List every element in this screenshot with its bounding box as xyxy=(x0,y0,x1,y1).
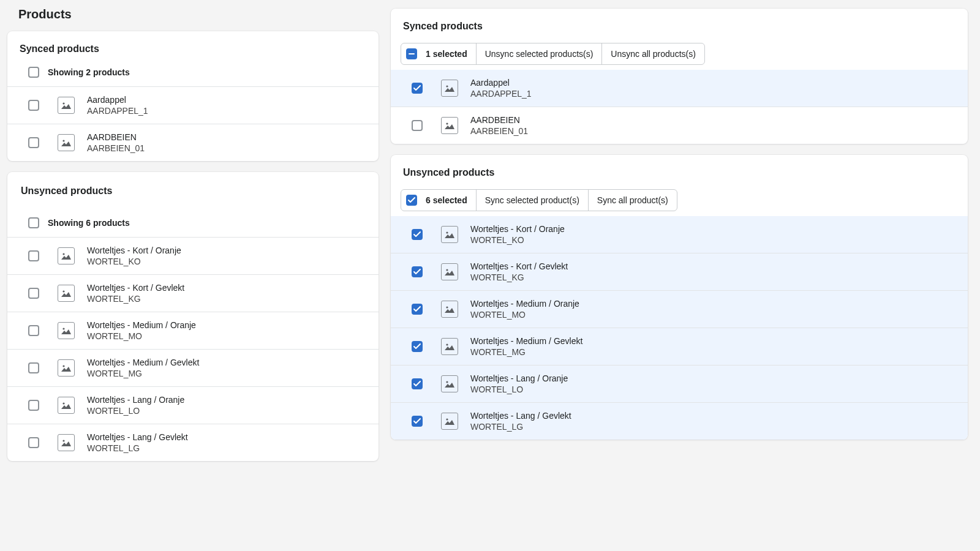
product-text: Worteltjes - Medium / GevlektWORTEL_MG xyxy=(470,335,582,358)
product-sku: AARBEIEN_01 xyxy=(87,143,145,154)
product-row[interactable]: Worteltjes - Lang / OranjeWORTEL_LO xyxy=(391,365,968,403)
row-checkbox[interactable] xyxy=(28,100,39,111)
right-unsynced-title: Unsynced products xyxy=(391,155,968,184)
svg-point-28 xyxy=(446,343,448,345)
product-row[interactable]: Worteltjes - Medium / OranjeWORTEL_MO xyxy=(391,291,968,328)
product-row[interactable]: Worteltjes - Kort / GevlektWORTEL_KG xyxy=(7,275,379,312)
image-placeholder-icon xyxy=(441,263,458,280)
action-group: 6 selected Sync selected product(s) Sync… xyxy=(401,189,677,211)
product-sku: WORTEL_KG xyxy=(470,272,568,283)
right-unsynced-card: Unsynced products 6 selected Sync select… xyxy=(391,155,968,440)
row-checkbox[interactable] xyxy=(28,400,39,411)
svg-point-30 xyxy=(446,381,448,383)
image-placeholder-icon xyxy=(58,285,75,302)
product-text: AARDBEIENAARBEIEN_01 xyxy=(470,114,528,137)
left-synced-header-row: Showing 2 products xyxy=(7,61,379,87)
svg-point-11 xyxy=(62,365,64,367)
product-row[interactable]: Worteltjes - Lang / OranjeWORTEL_LO xyxy=(7,387,379,424)
product-row[interactable]: Worteltjes - Medium / GevlektWORTEL_MG xyxy=(7,350,379,387)
product-text: AardappelAARDAPPEL_1 xyxy=(87,94,148,116)
right-unsynced-action-bar: 6 selected Sync selected product(s) Sync… xyxy=(391,184,968,216)
product-row[interactable]: Worteltjes - Lang / GevlektWORTEL_LG xyxy=(391,403,968,440)
image-placeholder-icon xyxy=(441,117,458,134)
row-checkbox[interactable] xyxy=(28,325,39,336)
product-sku: WORTEL_KG xyxy=(87,293,184,304)
row-checkbox[interactable] xyxy=(28,437,39,448)
image-placeholder-icon xyxy=(441,226,458,243)
row-checkbox[interactable] xyxy=(412,304,423,315)
left-unsynced-card: Unsynced products Showing 6 products Wor… xyxy=(7,172,379,461)
product-name: Worteltjes - Medium / Oranje xyxy=(87,320,196,331)
product-name: Worteltjes - Kort / Gevlekt xyxy=(470,261,568,272)
row-checkbox[interactable] xyxy=(412,341,423,352)
product-row[interactable]: Worteltjes - Medium / GevlektWORTEL_MG xyxy=(391,328,968,365)
product-sku: AARBEIEN_01 xyxy=(470,126,528,137)
product-text: Worteltjes - Kort / OranjeWORTEL_KO xyxy=(87,245,181,267)
product-name: AARDBEIEN xyxy=(470,114,528,126)
unsync-selected-button[interactable]: Unsync selected products(s) xyxy=(477,43,603,64)
unsync-all-button[interactable]: Unsync all products(s) xyxy=(602,43,704,64)
product-sku: WORTEL_LO xyxy=(470,384,568,395)
page-title: Products xyxy=(18,7,379,21)
product-text: AardappelAARDAPPEL_1 xyxy=(470,77,532,99)
select-all-checkbox[interactable] xyxy=(406,48,417,59)
row-checkbox[interactable] xyxy=(28,250,39,261)
row-checkbox[interactable] xyxy=(28,137,39,148)
product-text: Worteltjes - Medium / GevlektWORTEL_MG xyxy=(87,357,199,379)
svg-point-24 xyxy=(446,269,448,271)
product-name: Worteltjes - Lang / Gevlekt xyxy=(470,410,571,421)
product-row[interactable]: AardappelAARDAPPEL_1 xyxy=(7,87,379,124)
product-row[interactable]: Worteltjes - Kort / OranjeWORTEL_KO xyxy=(391,216,968,253)
selection-indicator: 1 selected xyxy=(401,43,477,64)
selected-count: 6 selected xyxy=(426,195,467,205)
product-sku: WORTEL_LG xyxy=(87,443,188,454)
select-all-checkbox[interactable] xyxy=(28,67,39,78)
sync-selected-button[interactable]: Sync selected product(s) xyxy=(477,190,589,211)
image-placeholder-icon xyxy=(58,97,75,114)
product-sku: AARDAPPEL_1 xyxy=(470,88,532,99)
left-synced-showing: Showing 2 products xyxy=(48,67,130,77)
image-placeholder-icon xyxy=(58,322,75,339)
svg-rect-16 xyxy=(409,53,415,54)
right-synced-card: Synced products 1 selected Unsync select… xyxy=(391,9,968,144)
left-unsynced-showing: Showing 6 products xyxy=(48,218,130,228)
product-text: Worteltjes - Lang / OranjeWORTEL_LO xyxy=(87,394,184,416)
product-sku: WORTEL_MG xyxy=(87,368,199,379)
row-checkbox[interactable] xyxy=(412,229,423,240)
product-name: AARDBEIEN xyxy=(87,132,145,143)
svg-point-26 xyxy=(446,306,448,308)
row-checkbox[interactable] xyxy=(412,266,423,277)
row-checkbox[interactable] xyxy=(28,362,39,373)
row-checkbox[interactable] xyxy=(412,378,423,389)
select-all-checkbox[interactable] xyxy=(28,217,39,228)
product-sku: WORTEL_KO xyxy=(470,234,565,246)
right-synced-title: Synced products xyxy=(391,9,968,38)
image-placeholder-icon xyxy=(441,413,458,430)
product-row[interactable]: Worteltjes - Kort / GevlektWORTEL_KG xyxy=(391,253,968,291)
product-row[interactable]: Worteltjes - Medium / OranjeWORTEL_MO xyxy=(7,312,379,350)
sync-all-button[interactable]: Sync all product(s) xyxy=(589,190,677,211)
product-name: Worteltjes - Kort / Oranje xyxy=(470,223,565,234)
row-checkbox[interactable] xyxy=(28,288,39,299)
product-row[interactable]: AARDBEIENAARBEIEN_01 xyxy=(391,107,968,144)
product-row[interactable]: AardappelAARDAPPEL_1 xyxy=(391,70,968,107)
product-text: Worteltjes - Lang / OranjeWORTEL_LO xyxy=(470,373,568,395)
product-text: Worteltjes - Kort / OranjeWORTEL_KO xyxy=(470,223,565,246)
product-row[interactable]: Worteltjes - Lang / GevlektWORTEL_LG xyxy=(7,424,379,461)
product-name: Worteltjes - Lang / Oranje xyxy=(470,373,568,384)
product-name: Worteltjes - Lang / Oranje xyxy=(87,394,184,405)
product-sku: WORTEL_MG xyxy=(470,347,582,358)
select-all-checkbox[interactable] xyxy=(406,195,417,206)
row-checkbox[interactable] xyxy=(412,120,423,131)
row-checkbox[interactable] xyxy=(412,83,423,94)
left-unsynced-title: Unsynced products xyxy=(7,172,379,211)
row-checkbox[interactable] xyxy=(412,416,423,427)
image-placeholder-icon xyxy=(58,359,75,377)
product-sku: AARDAPPEL_1 xyxy=(87,105,148,116)
product-row[interactable]: AARDBEIENAARBEIEN_01 xyxy=(7,124,379,161)
action-group: 1 selected Unsync selected products(s) U… xyxy=(401,43,705,65)
product-row[interactable]: Worteltjes - Kort / OranjeWORTEL_KO xyxy=(7,238,379,275)
product-text: Worteltjes - Kort / GevlektWORTEL_KG xyxy=(87,282,184,304)
product-name: Worteltjes - Kort / Oranje xyxy=(87,245,181,256)
svg-point-13 xyxy=(62,402,64,404)
